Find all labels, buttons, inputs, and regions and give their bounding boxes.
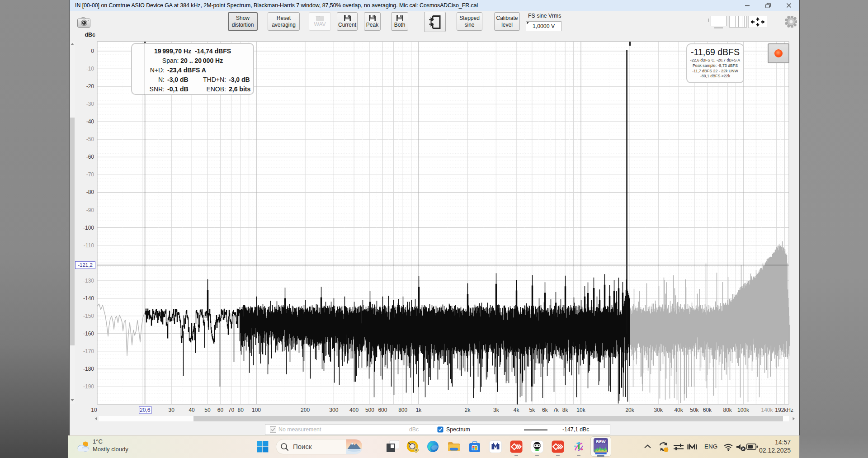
- svg-text:8k: 8k: [562, 407, 569, 413]
- svg-text:-50: -50: [86, 136, 94, 142]
- svg-text:-100: -100: [83, 225, 94, 231]
- svg-text:300: 300: [329, 407, 338, 413]
- svg-text:2k: 2k: [465, 407, 471, 413]
- svg-text:30: 30: [169, 407, 175, 413]
- svg-text:-110: -110: [84, 242, 94, 249]
- svg-text:60: 60: [217, 407, 224, 413]
- svg-text:140k: 140k: [761, 407, 773, 413]
- svg-text:7k: 7k: [553, 407, 559, 413]
- svg-text:3k: 3k: [493, 407, 500, 413]
- svg-text:400: 400: [349, 407, 359, 413]
- svg-text:10k: 10k: [576, 407, 585, 413]
- svg-text:800: 800: [398, 407, 407, 413]
- svg-text:-150: -150: [83, 313, 94, 319]
- svg-text:5k: 5k: [529, 407, 536, 413]
- svg-text:-40: -40: [86, 118, 94, 125]
- svg-text:REW: REW: [596, 439, 606, 444]
- svg-text:30k: 30k: [654, 407, 663, 413]
- svg-text:100k: 100k: [737, 407, 750, 413]
- svg-text:60k: 60k: [703, 407, 712, 413]
- svg-text:-60: -60: [86, 154, 94, 160]
- svg-text:-180: -180: [83, 366, 94, 372]
- svg-text:-10: -10: [86, 66, 94, 72]
- svg-text:-90: -90: [86, 207, 94, 213]
- svg-text:50k: 50k: [690, 407, 699, 413]
- svg-text:40: 40: [189, 407, 195, 413]
- svg-text:80: 80: [238, 407, 244, 413]
- svg-text:10: 10: [91, 407, 97, 413]
- svg-text:-130: -130: [83, 278, 94, 284]
- svg-text:-121,2: -121,2: [78, 262, 93, 268]
- svg-text:0: 0: [91, 48, 94, 54]
- svg-text:20,6: 20,6: [140, 407, 151, 413]
- svg-text:200: 200: [301, 407, 310, 413]
- svg-text:40k: 40k: [674, 407, 683, 413]
- svg-text:6k: 6k: [542, 407, 548, 413]
- svg-text:600: 600: [378, 407, 387, 413]
- svg-text:-30: -30: [86, 101, 94, 107]
- svg-text:4k: 4k: [514, 407, 520, 413]
- svg-text:1k: 1k: [416, 407, 422, 413]
- svg-text:-80: -80: [86, 189, 94, 195]
- svg-text:-160: -160: [83, 331, 94, 337]
- svg-text:-20: -20: [86, 83, 94, 90]
- svg-text:50: 50: [204, 407, 211, 413]
- svg-text:-70: -70: [86, 171, 94, 178]
- svg-text:192kHz: 192kHz: [775, 407, 793, 413]
- svg-text:20k: 20k: [625, 407, 634, 413]
- svg-text:500: 500: [365, 407, 374, 413]
- svg-text:-190: -190: [83, 383, 94, 390]
- svg-text:-140: -140: [83, 295, 94, 302]
- svg-text:-170: -170: [83, 348, 94, 354]
- svg-text:70: 70: [228, 407, 235, 413]
- svg-text:80k: 80k: [723, 407, 732, 413]
- svg-text:100: 100: [252, 407, 261, 413]
